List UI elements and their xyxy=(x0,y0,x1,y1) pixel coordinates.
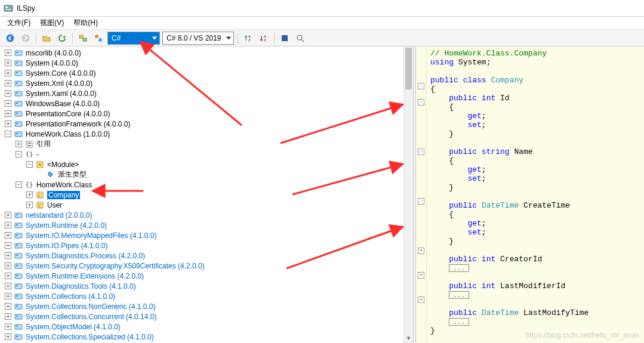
tree-item-label[interactable]: System.Runtime.Extensions (4.2.0.0) xyxy=(26,272,144,280)
fold-toggle[interactable]: - xyxy=(418,99,424,106)
expand-toggle-icon[interactable]: + xyxy=(5,100,11,107)
fold-toggle[interactable]: - xyxy=(418,198,424,205)
scroll-thumb[interactable] xyxy=(405,48,412,89)
tree-item-label[interactable]: System.Collections.Concurrent (4.0.14.0) xyxy=(26,313,156,321)
tree-row[interactable]: +System.Security.Cryptography.X509Certif… xyxy=(0,261,413,271)
expand-toggle-icon[interactable]: + xyxy=(26,191,33,198)
tree-row[interactable]: +System.Core (4.0.0.0) xyxy=(0,68,413,78)
collapsed-region-icon[interactable]: ... xyxy=(449,291,469,299)
tree-item-label[interactable]: System.Diagnostics.Tools (4.1.0.0) xyxy=(26,282,136,291)
fold-toggle[interactable]: - xyxy=(418,149,424,155)
tree-item-label[interactable]: System.Runtime (4.2.0.0) xyxy=(26,221,107,230)
tree-item-label[interactable]: System.Collections (4.1.0.0) xyxy=(26,292,115,301)
open-button[interactable] xyxy=(40,32,53,45)
tree-row[interactable]: +WindowsBase (4.0.0.0) xyxy=(0,98,413,109)
tree-row[interactable]: +System.IO.MemoryMappedFiles (4.1.0.0) xyxy=(0,230,413,240)
tree-row[interactable]: +System.Collections.Concurrent (4.0.14.0… xyxy=(0,311,413,322)
tree-item-label[interactable]: System.Xml (4.0.0.0) xyxy=(26,79,93,88)
tree-item-label[interactable]: System.Xaml (4.0.0.0) xyxy=(26,89,97,98)
collapse-toggle-icon[interactable]: − xyxy=(5,131,11,137)
tree-item-label[interactable]: mscorlib (4.0.0.0) xyxy=(26,49,81,57)
scroll-down-arrow-icon[interactable]: ▼ xyxy=(404,333,413,343)
tree-row[interactable]: +CUser xyxy=(0,200,413,210)
sort-asc-button[interactable]: AZ xyxy=(242,32,255,45)
tree-item-label[interactable]: System.Collections.NonGeneric (4.1.0.0) xyxy=(26,302,155,311)
tree-item-label[interactable]: HomeWork.Class (1.0.0.0) xyxy=(26,130,110,138)
expand-toggle-icon[interactable]: + xyxy=(5,50,11,56)
tree-row[interactable]: +CCompany xyxy=(0,190,413,200)
tree-row[interactable]: −{}HomeWork.Class xyxy=(0,180,413,190)
tree-row[interactable]: +PresentationFramework (4.0.0.0) xyxy=(0,119,413,129)
tree-item-label[interactable]: Company xyxy=(47,191,80,199)
expand-toggle-icon[interactable]: + xyxy=(5,60,11,66)
tree-item-label[interactable]: System (4.0.0.0) xyxy=(26,59,78,67)
tree-item-label[interactable]: netstandard (2.0.0.0) xyxy=(26,211,92,220)
fold-toggle[interactable]: + xyxy=(418,272,424,279)
tree-row[interactable]: +System.Xaml (4.0.0.0) xyxy=(0,88,413,98)
tree-row[interactable]: +PresentationCore (4.0.0.0) xyxy=(0,109,413,119)
expand-toggle-icon[interactable]: + xyxy=(5,333,11,340)
nav-forward-button[interactable] xyxy=(19,32,32,45)
fold-toggle[interactable]: + xyxy=(418,248,424,254)
tree-scrollbar[interactable]: ▲ ▼ xyxy=(403,47,413,343)
expand-toggle-icon[interactable]: + xyxy=(5,313,11,320)
tree-row[interactable]: +引用 xyxy=(0,139,413,149)
sort-desc-button[interactable]: AZ xyxy=(257,32,270,45)
search-button[interactable] xyxy=(294,32,307,45)
collapse-toggle-icon[interactable]: − xyxy=(16,151,22,157)
show-il-button[interactable] xyxy=(278,32,291,45)
assembly-tree[interactable]: +mscorlib (4.0.0.0)+System (4.0.0.0)+Sys… xyxy=(0,48,413,342)
language-select[interactable]: C# xyxy=(107,32,160,45)
tree-row[interactable]: +System.Xml (4.0.0.0) xyxy=(0,78,413,88)
framework-select[interactable]: C# 8.0 / VS 2019 xyxy=(162,32,234,45)
menu-file[interactable]: 文件(F) xyxy=(2,17,35,29)
nav-back-button[interactable] xyxy=(4,32,17,45)
tree-row[interactable]: −HomeWork.Class (1.0.0.0) xyxy=(0,129,413,139)
assembly-tree-pane[interactable]: +mscorlib (4.0.0.0)+System (4.0.0.0)+Sys… xyxy=(0,47,413,343)
tree-row[interactable]: +System.Diagnostics.Process (4.2.0.0) xyxy=(0,251,413,261)
tree-row[interactable]: +System.Diagnostics.Tools (4.1.0.0) xyxy=(0,281,413,291)
fold-toggle[interactable]: + xyxy=(418,296,424,303)
expand-toggle-icon[interactable]: + xyxy=(26,202,33,208)
tree-row[interactable]: +netstandard (2.0.0.0) xyxy=(0,210,413,220)
collapse-toggle-icon[interactable]: − xyxy=(26,161,33,168)
find-usages-button[interactable] xyxy=(76,32,90,45)
tree-row[interactable]: +System.Collections.NonGeneric (4.1.0.0) xyxy=(0,301,413,311)
tree-item-label[interactable]: System.Security.Cryptography.X509Certifi… xyxy=(26,262,205,270)
tree-row[interactable]: +System.Runtime (4.2.0.0) xyxy=(0,220,413,230)
tree-row[interactable]: +System.Collections.Specialized (4.1.0.0… xyxy=(0,332,413,342)
expand-toggle-icon[interactable]: + xyxy=(5,80,11,86)
tree-row[interactable]: +System.ObjectModel (4.1.0.0) xyxy=(0,322,413,332)
expand-toggle-icon[interactable]: + xyxy=(5,90,11,97)
tree-item-label[interactable]: System.Diagnostics.Process (4.2.0.0) xyxy=(26,252,145,260)
collapsed-region-icon[interactable]: ... xyxy=(449,264,469,272)
tree-row[interactable]: +System.IO.Pipes (4.1.0.0) xyxy=(0,240,413,251)
tree-item-label[interactable]: System.Core (4.0.0.0) xyxy=(26,69,95,78)
expand-toggle-icon[interactable]: + xyxy=(5,232,11,239)
tree-row[interactable]: +mscorlib (4.0.0.0) xyxy=(0,48,413,58)
tree-row[interactable]: 派生类型 xyxy=(0,169,413,180)
tree-item-label[interactable]: <Module> xyxy=(47,160,79,169)
expand-toggle-icon[interactable]: + xyxy=(5,323,11,330)
expand-toggle-icon[interactable]: + xyxy=(5,70,11,76)
tree-item-label[interactable]: User xyxy=(47,201,62,209)
tree-row[interactable]: +System.Collections (4.1.0.0) xyxy=(0,291,413,301)
tree-item-label[interactable]: - xyxy=(36,150,39,159)
tree-item-label[interactable]: PresentationCore (4.0.0.0) xyxy=(26,110,110,118)
expand-toggle-icon[interactable]: + xyxy=(5,252,11,259)
tree-row[interactable]: −<Module> xyxy=(0,159,413,169)
expand-toggle-icon[interactable]: + xyxy=(5,242,11,249)
tree-item-label[interactable]: System.ObjectModel (4.1.0.0) xyxy=(26,323,121,331)
tree-item-label[interactable]: PresentationFramework (4.0.0.0) xyxy=(26,120,130,128)
tree-item-label[interactable]: HomeWork.Class xyxy=(36,181,92,189)
code-pane[interactable]: - - - - + + + // HomeWork.Class.Company … xyxy=(416,47,644,343)
fold-toggle[interactable]: - xyxy=(418,83,424,89)
tree-row[interactable]: −{}- xyxy=(0,149,413,159)
expand-toggle-icon[interactable]: + xyxy=(5,283,11,289)
collapse-toggle-icon[interactable]: − xyxy=(16,181,22,188)
refresh-button[interactable] xyxy=(56,32,69,45)
code-editor[interactable]: // HomeWork.Class.Company using System; … xyxy=(427,47,644,343)
expand-toggle-icon[interactable]: + xyxy=(5,222,11,228)
expand-toggle-icon[interactable]: + xyxy=(5,262,11,269)
expand-toggle-icon[interactable]: + xyxy=(5,293,11,299)
